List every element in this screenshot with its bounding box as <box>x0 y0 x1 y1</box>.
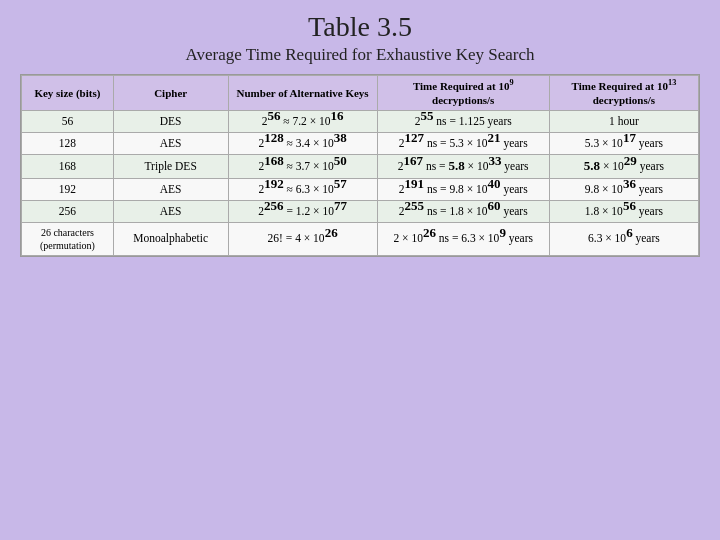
col-header-time109: Time Required at 109 decryptions/s <box>377 75 549 111</box>
title-block: Table 3.5 Average Time Required for Exha… <box>185 10 534 66</box>
cell-cipher: Monoalphabetic <box>113 222 228 255</box>
cell-time109: 2191 ns = 9.8 × 1040 years <box>377 179 549 201</box>
cell-alt-keys: 2256 = 1.2 × 1077 <box>228 200 377 222</box>
table-row: 168 Triple DES 2168 ≈ 3.7 × 1050 2167 ns… <box>22 155 699 179</box>
page: Table 3.5 Average Time Required for Exha… <box>0 0 720 540</box>
cell-time109: 2127 ns = 5.3 × 1021 years <box>377 133 549 155</box>
table-row: 192 AES 2192 ≈ 6.3 × 1057 2191 ns = 9.8 … <box>22 179 699 201</box>
table-row: 26 characters (permutation) Monoalphabet… <box>22 222 699 255</box>
header-row: Key size (bits) Cipher Number of Alterna… <box>22 75 699 111</box>
cell-cipher: DES <box>113 111 228 133</box>
cell-time1013: 6.3 × 106 years <box>549 222 698 255</box>
cell-key-size: 56 <box>22 111 114 133</box>
cell-time109: 2 × 1026 ns = 6.3 × 109 years <box>377 222 549 255</box>
page-subtitle: Average Time Required for Exhaustive Key… <box>185 44 534 66</box>
cell-alt-keys: 2128 ≈ 3.4 × 1038 <box>228 133 377 155</box>
cell-cipher: AES <box>113 200 228 222</box>
cell-cipher: Triple DES <box>113 155 228 179</box>
table-row: 56 DES 256 ≈ 7.2 × 1016 255 ns = 1.125 y… <box>22 111 699 133</box>
cell-time1013: 1.8 × 1056 years <box>549 200 698 222</box>
cell-cipher: AES <box>113 133 228 155</box>
table-row: 128 AES 2128 ≈ 3.4 × 1038 2127 ns = 5.3 … <box>22 133 699 155</box>
cell-time1013: 5.8 × 1029 years <box>549 155 698 179</box>
cell-key-size: 168 <box>22 155 114 179</box>
cell-time109: 2255 ns = 1.8 × 1060 years <box>377 200 549 222</box>
cell-alt-keys: 2192 ≈ 6.3 × 1057 <box>228 179 377 201</box>
cell-time109: 255 ns = 1.125 years <box>377 111 549 133</box>
col-header-alt-keys: Number of Alternative Keys <box>228 75 377 111</box>
col-header-time1013: Time Required at 1013 decryptions/s <box>549 75 698 111</box>
col-header-cipher: Cipher <box>113 75 228 111</box>
table-row: 256 AES 2256 = 1.2 × 1077 2255 ns = 1.8 … <box>22 200 699 222</box>
cell-key-size: 26 characters (permutation) <box>22 222 114 255</box>
table-wrapper: Key size (bits) Cipher Number of Alterna… <box>20 74 700 257</box>
cell-time109: 2167 ns = 5.8 × 1033 years <box>377 155 549 179</box>
cell-alt-keys: 2168 ≈ 3.7 × 1050 <box>228 155 377 179</box>
data-table: Key size (bits) Cipher Number of Alterna… <box>21 75 699 256</box>
cell-alt-keys: 256 ≈ 7.2 × 1016 <box>228 111 377 133</box>
cell-time1013: 5.3 × 1017 years <box>549 133 698 155</box>
cell-key-size: 128 <box>22 133 114 155</box>
cell-key-size: 192 <box>22 179 114 201</box>
cell-cipher: AES <box>113 179 228 201</box>
cell-key-size: 256 <box>22 200 114 222</box>
cell-alt-keys: 26! = 4 × 1026 <box>228 222 377 255</box>
page-title: Table 3.5 <box>185 10 534 44</box>
col-header-key-size: Key size (bits) <box>22 75 114 111</box>
